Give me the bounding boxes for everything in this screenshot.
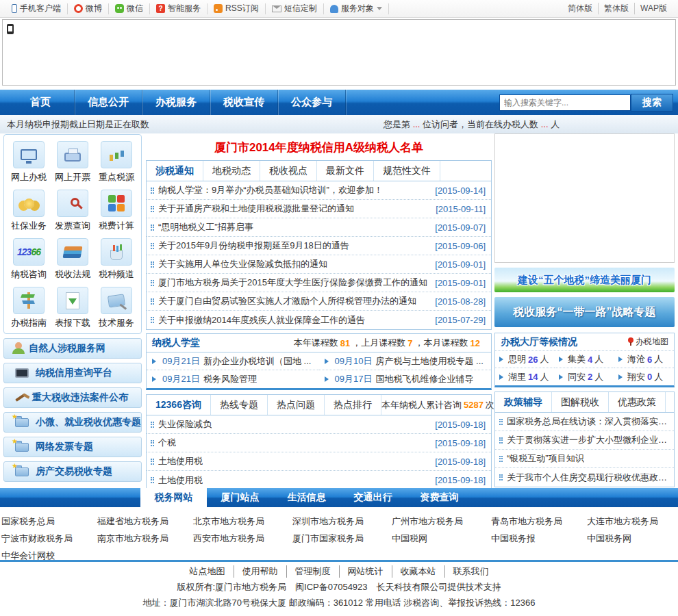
service-tax-guide[interactable]: 办税指南 — [7, 287, 51, 329]
tab-local-tax-news[interactable]: 地税动态 — [203, 161, 260, 181]
news-item[interactable]: 关于申报缴纳2014年度残疾人就业保障金工作的通告[2015-07-29] — [147, 311, 491, 329]
banner-five-local-taxes[interactable]: 建设“五个地税”缔造美丽厦门 — [494, 268, 675, 292]
banner-natural-person-portal[interactable]: 自然人涉税服务网 — [3, 338, 142, 359]
weibo-link[interactable]: 微博 — [68, 3, 109, 14]
friend-link[interactable]: 广州市地方税务局 — [392, 513, 491, 530]
nav-tax-services[interactable]: 办税服务 — [142, 90, 210, 115]
tab-tax-illustrated[interactable]: 图解税收 — [552, 392, 609, 412]
headline-link[interactable]: 厦门市2014年度纳税信用A级纳税人名单 — [146, 134, 492, 160]
consult-item[interactable]: 个税[2015-09-18] — [147, 434, 491, 452]
service-tax-channels[interactable]: 税种频道 — [95, 238, 138, 281]
service-tax-calculator[interactable]: 税费计算 — [95, 190, 138, 232]
consult-item[interactable]: 失业保险减负[2015-09-18] — [147, 415, 491, 434]
course-item[interactable]: 09月17日 国地税飞机维修企业辅导 — [319, 370, 492, 388]
tab-life-info[interactable]: 生活信息 — [273, 488, 340, 507]
friend-link[interactable]: 深圳市地方税务局 — [292, 513, 392, 530]
tab-policy-guidance[interactable]: 政策辅导 — [495, 392, 552, 412]
service-tax-consult[interactable]: 12366 纳税咨询 — [7, 238, 51, 281]
news-item[interactable]: 关于厦门自由贸易试验区实施人才激励个人所得税管理办法的通知[2015-08-28… — [147, 292, 491, 311]
banner-property-tax-topic[interactable]: 房产交易税收专题 — [3, 461, 142, 482]
nav-info-disclosure[interactable]: 信息公开 — [75, 90, 142, 115]
footer-link-contact[interactable]: 联系我们 — [445, 565, 497, 578]
nav-public-participation[interactable]: 公众参与 — [278, 90, 346, 115]
consult-tabs: 12366咨询 热线专题 热点问题 热点排行 本年纳税人累计咨询 5287 次 — [147, 395, 491, 415]
mobile-client-link[interactable]: 手机客户端 — [5, 3, 68, 14]
search-button[interactable]: 搜索 — [631, 94, 673, 112]
news-item[interactable]: 关于实施用人单位失业保险减负抵扣的通知[2015-09-01] — [147, 255, 491, 274]
friend-link[interactable]: 西安市地方税务局 — [193, 530, 292, 547]
tab-12366-consult[interactable]: 12366咨询 — [147, 395, 211, 415]
consult-item[interactable]: 土地使用税[2015-09-18] — [147, 471, 491, 489]
friend-link[interactable]: 中国税网 — [392, 530, 491, 547]
friend-link[interactable]: 国家税务总局 — [1, 513, 97, 530]
friend-link[interactable]: 福建省地方税务局 — [97, 513, 193, 530]
tab-tax-viewpoints[interactable]: 税收视点 — [260, 161, 317, 181]
policy-item[interactable]: 国家税务总局在线访谈：深入贯彻落实小微... — [495, 413, 674, 431]
service-target-dropdown[interactable]: 服务对象 — [324, 3, 389, 14]
tab-fee-query[interactable]: 资费查询 — [406, 488, 473, 507]
tab-xiamen-sites[interactable]: 厦门站点 — [207, 488, 273, 507]
wap-version-link[interactable]: WAP版 — [635, 3, 673, 14]
policy-item[interactable]: 关于贯彻落实进一步扩大小型微利企业减半... — [495, 431, 674, 450]
taxpayer-school-title[interactable]: 纳税人学堂 — [152, 337, 200, 349]
banner-online-invoice-topic[interactable]: 网络发票专题 — [3, 437, 142, 457]
friend-link[interactable]: 大连市地方税务局 — [587, 513, 678, 530]
course-item[interactable]: 09月10日 房产税与土地使用税专题 ... — [319, 352, 492, 370]
taxpayer-school-box: 纳税人学堂 本年课程数 81 ，上月课程数 7 ，本月课程数 12 09月21日… — [146, 333, 492, 390]
friend-link[interactable]: 宁波市财政税务局 — [1, 530, 97, 547]
friend-link[interactable]: 中国税务报 — [491, 530, 587, 547]
footer-link-help[interactable]: 使用帮助 — [234, 565, 287, 578]
service-social-security[interactable]: 社保业务 — [7, 190, 51, 232]
tab-transportation[interactable]: 交通出行 — [340, 488, 406, 507]
footer-link-favorite[interactable]: 收藏本站 — [392, 565, 445, 578]
course-item[interactable]: 09月21日 税务风险管理 — [147, 370, 319, 388]
nav-home[interactable]: 首页 — [7, 90, 75, 115]
service-online-invoice[interactable]: 网上开票 — [51, 141, 95, 183]
tab-tax-notices[interactable]: 涉税通知 — [147, 161, 203, 181]
service-online-tax[interactable]: 网上办税 — [7, 141, 51, 183]
simplified-version-link[interactable]: 简体版 — [562, 3, 599, 14]
tab-hot-ranking[interactable]: 热点排行 — [325, 395, 381, 415]
footer-link-sitemap[interactable]: 站点地图 — [181, 565, 234, 578]
banner-credit-query-platform[interactable]: 纳税信用查询平台 — [3, 363, 142, 383]
policy-item[interactable]: “银税互动”项目知识 — [495, 450, 674, 468]
friend-link[interactable]: 北京市地方税务局 — [193, 513, 292, 530]
friend-link[interactable]: 南京市地方税务局 — [97, 530, 193, 547]
smart-service-link[interactable]: 智能服务 — [150, 3, 208, 14]
tax-map-link[interactable]: 办税地图 — [628, 336, 668, 348]
service-form-download[interactable]: 表报下载 — [51, 287, 95, 329]
service-tax-laws[interactable]: 税收法规 — [51, 238, 95, 281]
nav-tax-publicity[interactable]: 税收宣传 — [210, 90, 278, 115]
service-tech-support[interactable]: 技术服务 — [95, 287, 138, 329]
news-item[interactable]: 关于2015年9月份纳税申报期延至9月18日的通告[2015-09-06] — [147, 237, 491, 255]
news-item[interactable]: 关于开通房产税和土地使用税税源批量登记的通知[2015-09-11] — [147, 200, 491, 218]
tab-normative-documents[interactable]: 规范性文件 — [374, 161, 440, 181]
banner-major-violation-cases[interactable]: 重大税收违法案件公布 — [3, 387, 142, 408]
policy-item[interactable]: 关于我市个人住房交易现行税收优惠政策的... — [495, 468, 674, 487]
traditional-version-link[interactable]: 繁体版 — [599, 3, 635, 14]
course-item[interactable]: 09月21日 新办企业办税培训（国地 ... — [147, 352, 319, 370]
friend-link[interactable]: 中国税务网 — [587, 530, 678, 547]
tab-latest-documents[interactable]: 最新文件 — [317, 161, 374, 181]
wechat-link[interactable]: 微信 — [109, 3, 150, 14]
tab-hotline-topics[interactable]: 热线专题 — [211, 395, 268, 415]
news-item[interactable]: “思明地税义工”招募启事[2015-09-07] — [147, 218, 491, 237]
tab-hot-questions[interactable]: 热点问题 — [268, 395, 325, 415]
friend-link[interactable]: 青岛市地方税务局 — [491, 513, 587, 530]
tab-preferential-policy[interactable]: 优惠政策 — [609, 392, 666, 412]
consult-item[interactable]: 土地使用税[2015-09-18] — [147, 452, 491, 471]
tab-tax-websites[interactable]: 税务网站 — [140, 488, 207, 507]
footer-link-stats[interactable]: 网站统计 — [340, 565, 392, 578]
banner-small-business-topic[interactable]: 小微、就业税收优惠专题 — [3, 412, 142, 433]
rss-link[interactable]: RSS订阅 — [208, 3, 266, 14]
footer-link-rules[interactable]: 管理制度 — [287, 565, 340, 578]
service-key-tax-source[interactable]: 重点税源 — [95, 141, 138, 183]
visitor-mid: 位访问者，当前在线办税人数 — [423, 119, 538, 129]
friend-link[interactable]: 厦门市国家税务局 — [292, 530, 392, 547]
service-invoice-query[interactable]: 发票查询 — [51, 190, 95, 232]
banner-belt-and-road[interactable]: 税收服务“一带一路”战略专题 — [494, 297, 675, 327]
news-item[interactable]: 厦门市地方税务局关于2015年度大学生医疗保险参保缴费工作的通知[2015-09… — [147, 274, 491, 292]
search-input[interactable] — [499, 94, 631, 111]
sms-subscribe-link[interactable]: 短信定制 — [266, 3, 324, 14]
news-item[interactable]: 纳税人学堂：9月举办“办税员基础知识培训”，欢迎参加！[2015-09-14] — [147, 181, 491, 200]
